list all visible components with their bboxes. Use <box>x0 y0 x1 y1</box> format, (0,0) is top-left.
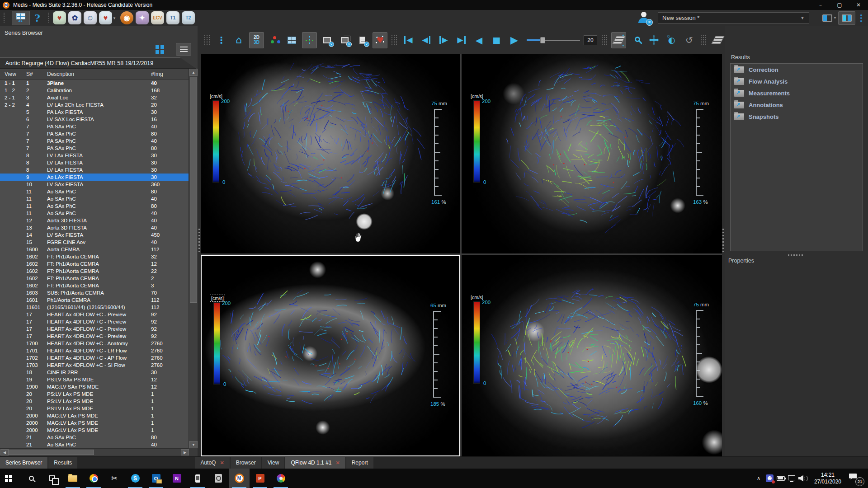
help-button[interactable]: ? <box>34 12 40 24</box>
app-qfetal-button[interactable]: ☺ <box>84 11 97 24</box>
secondary-screen-button[interactable] <box>838 11 855 25</box>
tab-close-icon[interactable]: ✕ <box>335 460 340 466</box>
right-panel-splitter[interactable] <box>722 26 725 456</box>
series-row[interactable]: 7PA SAx PhC80 <box>0 130 189 137</box>
scroll-left-icon[interactable]: ◀ <box>0 449 9 455</box>
series-row[interactable]: 7PA SAx PhC80 <box>0 145 189 152</box>
taskbar-clock[interactable]: 14:21 27/01/2020 <box>811 472 845 485</box>
toolbar-grip-icon[interactable] <box>700 35 707 45</box>
app-qangio-button[interactable]: ◉ <box>120 11 133 24</box>
series-row[interactable]: 2000MAG:LV LAx PS MDE1 <box>0 412 189 419</box>
hide-graphics-overlay-button[interactable]: ✕ <box>320 32 335 48</box>
reset-view-button[interactable]: ⌂ <box>231 32 246 48</box>
series-row[interactable]: 21Ao SAx PhC80 <box>0 434 189 441</box>
series-row[interactable]: 14LV SAx FIESTA450 <box>0 231 189 239</box>
taskbar-chrome[interactable] <box>83 469 104 488</box>
scroll-up-icon[interactable]: ▲ <box>189 69 198 76</box>
vertical-scrollbar[interactable]: ▲ ▼ <box>189 69 198 448</box>
series-row[interactable]: 12Aorta 3D FIESTA40 <box>0 217 189 224</box>
zoom-tool-button[interactable] <box>629 32 644 48</box>
series-row[interactable]: 8LV LAx FIESTA30 <box>0 159 189 166</box>
series-row[interactable]: 7PA SAx PhC40 <box>0 123 189 130</box>
series-row[interactable]: 2000MAG:LV LAx PS MDE1 <box>0 419 189 427</box>
tab-view[interactable]: View <box>262 457 285 469</box>
pan-tool-button[interactable] <box>646 32 661 48</box>
series-row[interactable]: 1602FT: Ph1/Aorta CEMRA22 <box>0 267 189 275</box>
results-item-flow-analysis[interactable]: Flow Analysis <box>731 75 863 87</box>
app-qmass-button[interactable]: ♥ <box>53 11 66 24</box>
cine-speed-slider[interactable] <box>527 37 580 43</box>
left-panel-splitter[interactable] <box>198 26 201 456</box>
column-view[interactable]: View <box>0 71 26 77</box>
taskbar-snipping-tool[interactable]: ✂ <box>104 469 125 488</box>
series-row[interactable]: 1701HEART Ax 4DFLOW +C - LR Flow2760 <box>0 347 189 354</box>
hide-image-overlay-button[interactable]: ✕ <box>337 32 352 48</box>
series-row[interactable]: 1 - 22Calibration168 <box>0 87 189 94</box>
series-row[interactable]: 15FGRE CINE Aov40 <box>0 239 189 246</box>
series-row[interactable]: 5PA LAx FIESTA30 <box>0 108 189 116</box>
series-row[interactable]: 2000MAG:LV LAx PS MDE1 <box>0 427 189 434</box>
user-session-icon[interactable]: ✕ <box>636 12 651 24</box>
flow-visualization-button[interactable]: ♥ <box>373 32 387 48</box>
cycle-colors-button[interactable] <box>267 32 282 48</box>
maximize-button[interactable]: ▢ <box>830 0 849 10</box>
undo-button[interactable]: ↺ <box>682 32 697 48</box>
results-item-measurements[interactable]: Measurements <box>731 87 863 99</box>
play-backward-button[interactable]: ◀ <box>472 32 486 48</box>
series-row[interactable]: 11Ao SAx PhC80 <box>0 188 189 195</box>
scroll-down-icon[interactable]: ▼ <box>189 441 198 448</box>
cine-speed-value[interactable]: 20 <box>584 35 597 45</box>
series-row[interactable]: 1601Ph1/Aorta CEMRA112 <box>0 296 189 304</box>
toolbar-grip-icon[interactable] <box>47 13 50 23</box>
series-row[interactable]: 1603SUB: Ph1/Aorta CEMRA70 <box>0 289 189 296</box>
play-forward-button[interactable]: ▶ <box>507 32 522 48</box>
series-row[interactable]: 1602FT: Ph1/Aorta CEMRA3 <box>0 282 189 289</box>
toolbar-grip-icon[interactable] <box>204 35 210 45</box>
results-item-snapshots[interactable]: Snapshots <box>731 111 863 122</box>
scroll-right-icon[interactable]: ▶ <box>181 449 189 455</box>
results-item-correction[interactable]: Correction <box>731 64 863 75</box>
tab-browser[interactable]: Browser <box>231 457 261 469</box>
taskbar-medis[interactable]: M <box>229 469 250 488</box>
series-row[interactable]: 21Ao SAx PhC40 <box>0 441 189 448</box>
toolbar-grip-icon[interactable] <box>3 13 5 23</box>
series-row[interactable]: 10LV SAx FIESTA360 <box>0 181 189 188</box>
scroll-slices-button[interactable]: ▲▼ <box>611 32 626 48</box>
viewport-bottom-left[interactable]: [cm/s]200065 mm185 % <box>201 255 460 456</box>
horizontal-scrollbar[interactable]: ◀ ▶ <box>0 448 189 455</box>
toggle-2d-3d-button[interactable]: 2D3D <box>249 32 264 48</box>
scrollbar-thumb[interactable] <box>190 77 197 303</box>
series-row[interactable]: 20PS:LV LAx PS MDE1 <box>0 405 189 412</box>
overflow-menu-button[interactable]: ⋮ <box>855 13 867 23</box>
series-row[interactable]: 1700HEART Ax 4DFLOW +C - Anatomy2760 <box>0 340 189 347</box>
series-row[interactable]: 17HEART Ax 4DFLOW +C - Preview92 <box>0 325 189 333</box>
series-row[interactable]: 1602FT: Ph1/Aorta CEMRA2 <box>0 275 189 282</box>
series-row[interactable]: 17HEART Ax 4DFLOW +C - Preview92 <box>0 333 189 340</box>
taskbar-taskview-button[interactable] <box>42 469 62 488</box>
tab-results[interactable]: Results <box>48 457 77 469</box>
taskbar-qapp[interactable] <box>208 469 229 488</box>
viewport-bottom-right[interactable]: [cm/s]200075 mm160 % <box>462 255 722 456</box>
app-qflow-button[interactable]: ✿ <box>68 11 81 24</box>
first-frame-button[interactable]: ◀ <box>401 32 416 48</box>
toolbar-grip-icon[interactable] <box>601 35 608 45</box>
series-row[interactable]: 11Ao SAx PhC40 <box>0 195 189 202</box>
series-row[interactable]: 1602FT: Ph1/Aorta CEMRA12 <box>0 260 189 267</box>
taskbar-outlook[interactable]: O <box>146 469 166 488</box>
tab-autoq[interactable]: AutoQ✕ <box>195 457 229 469</box>
scrollbar-thumb[interactable] <box>8 450 94 455</box>
workspace-layout-button[interactable]: ◂▸ <box>12 11 30 25</box>
series-row[interactable]: 20PS:LV LAx PS MDE1 <box>0 398 189 405</box>
tab-report[interactable]: Report <box>346 457 373 469</box>
series-row[interactable]: 8LV LAx FIESTA30 <box>0 152 189 159</box>
stop-button[interactable]: ■ <box>489 32 504 48</box>
series-row[interactable]: 1702HEART Ax 4DFLOW +C - AP Flow2760 <box>0 354 189 361</box>
window-level-button[interactable]: ◐☼ <box>664 32 679 48</box>
session-dropdown[interactable]: New session * ▼ <box>658 12 809 23</box>
column-description[interactable]: Description <box>47 71 151 77</box>
taskbar-phone-app[interactable] <box>187 469 208 488</box>
series-row[interactable]: 17HEART Ax 4DFLOW +C - Preview92 <box>0 318 189 325</box>
results-item-annotations[interactable]: Annotations <box>731 99 863 111</box>
taskbar-start-button[interactable] <box>0 469 21 488</box>
series-row[interactable]: 17HEART Ax 4DFLOW +C - Preview92 <box>0 311 189 318</box>
